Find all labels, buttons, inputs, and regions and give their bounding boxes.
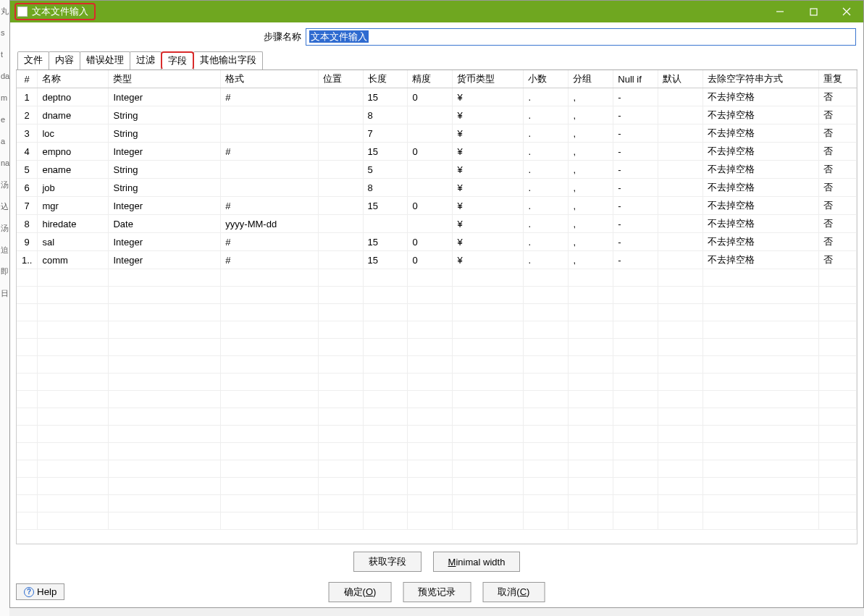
cell-rep[interactable]: 否 [819, 88, 857, 106]
cell-trim[interactable]: 不去掉空格 [703, 215, 819, 233]
cell-type[interactable]: String [109, 106, 221, 125]
cell-len[interactable]: 15 [363, 197, 408, 215]
cell-def[interactable] [658, 179, 703, 197]
cell-nullif[interactable]: - [613, 125, 658, 143]
cell-curr[interactable]: ¥ [453, 143, 524, 161]
column-header[interactable]: 重复 [819, 70, 857, 88]
table-row-empty[interactable] [17, 339, 857, 356]
cell-len[interactable]: 15 [363, 143, 408, 161]
cell-len[interactable]: 15 [363, 251, 408, 269]
cancel-button[interactable]: 取消(C) [482, 582, 545, 602]
column-header[interactable]: 长度 [363, 70, 408, 88]
table-row-empty[interactable] [17, 443, 857, 460]
table-row-empty[interactable] [17, 321, 857, 339]
cell-idx[interactable]: 1 [17, 88, 38, 106]
cell-format[interactable]: # [221, 143, 318, 161]
cell-pos[interactable] [318, 106, 363, 125]
column-header[interactable]: 小数 [524, 70, 569, 88]
cell-trim[interactable]: 不去掉空格 [703, 251, 819, 269]
ok-button[interactable]: 确定(O) [329, 582, 392, 602]
step-name-input[interactable]: 文本文件输入 [306, 28, 856, 46]
cell-nullif[interactable]: - [613, 197, 658, 215]
cell-prec[interactable]: 0 [408, 233, 453, 251]
cell-rep[interactable]: 否 [819, 197, 857, 215]
cell-idx[interactable]: 7 [17, 197, 38, 215]
cell-format[interactable]: # [221, 251, 318, 269]
cell-rep[interactable]: 否 [819, 179, 857, 197]
cell-nullif[interactable]: - [613, 179, 658, 197]
cell-curr[interactable]: ¥ [453, 106, 524, 125]
cell-def[interactable] [658, 143, 703, 161]
cell-idx[interactable]: 1.. [17, 251, 38, 269]
table-row-empty[interactable] [17, 408, 857, 426]
tab-1[interactable]: 内容 [49, 51, 80, 69]
table-row-empty[interactable] [17, 460, 857, 478]
table-row[interactable]: 3locString7¥.,-不去掉空格否 [17, 125, 857, 143]
cell-type[interactable]: Date [109, 215, 221, 233]
cell-rep[interactable]: 否 [819, 233, 857, 251]
table-row-empty[interactable] [17, 512, 857, 530]
column-header[interactable]: 默认 [658, 70, 703, 88]
column-header[interactable]: 货币类型 [453, 70, 524, 88]
cell-def[interactable] [658, 106, 703, 125]
cell-type[interactable]: Integer [109, 88, 221, 106]
cell-nullif[interactable]: - [613, 233, 658, 251]
cell-dec[interactable]: . [524, 143, 569, 161]
cell-type[interactable]: String [109, 179, 221, 197]
cell-name[interactable]: mgr [38, 197, 109, 215]
column-header[interactable]: 类型 [109, 70, 221, 88]
cell-def[interactable] [658, 251, 703, 269]
cell-idx[interactable]: 2 [17, 106, 38, 125]
cell-dec[interactable]: . [524, 251, 569, 269]
table-row[interactable]: 4empnoInteger#150¥.,-不去掉空格否 [17, 143, 857, 161]
close-button[interactable] [830, 1, 863, 22]
column-header[interactable]: 名称 [38, 70, 109, 88]
cell-idx[interactable]: 3 [17, 125, 38, 143]
cell-dec[interactable]: . [524, 215, 569, 233]
table-row-empty[interactable] [17, 269, 857, 287]
cell-prec[interactable] [408, 125, 453, 143]
cell-pos[interactable] [318, 215, 363, 233]
cell-len[interactable]: 7 [363, 125, 408, 143]
cell-trim[interactable]: 不去掉空格 [703, 179, 819, 197]
cell-nullif[interactable]: - [613, 88, 658, 106]
cell-name[interactable]: job [38, 179, 109, 197]
cell-grp[interactable]: , [569, 88, 613, 106]
cell-len[interactable]: 5 [363, 161, 408, 179]
cell-name[interactable]: ename [38, 161, 109, 179]
cell-grp[interactable]: , [569, 125, 613, 143]
cell-dec[interactable]: . [524, 197, 569, 215]
cell-def[interactable] [658, 233, 703, 251]
cell-nullif[interactable]: - [613, 143, 658, 161]
cell-idx[interactable]: 9 [17, 233, 38, 251]
cell-type[interactable]: String [109, 161, 221, 179]
column-header[interactable]: Null if [613, 70, 658, 88]
tab-5[interactable]: 其他输出字段 [193, 51, 263, 69]
cell-nullif[interactable]: - [613, 106, 658, 125]
cell-name[interactable]: dname [38, 106, 109, 125]
cell-grp[interactable]: , [569, 106, 613, 125]
column-header[interactable]: 精度 [408, 70, 453, 88]
column-header[interactable]: 格式 [221, 70, 318, 88]
cell-idx[interactable]: 4 [17, 143, 38, 161]
cell-prec[interactable] [408, 215, 453, 233]
cell-format[interactable]: # [221, 88, 318, 106]
cell-name[interactable]: hiredate [38, 215, 109, 233]
maximize-button[interactable] [797, 1, 830, 22]
cell-nullif[interactable]: - [613, 161, 658, 179]
cell-dec[interactable]: . [524, 233, 569, 251]
cell-grp[interactable]: , [569, 161, 613, 179]
cell-name[interactable]: sal [38, 233, 109, 251]
cell-prec[interactable]: 0 [408, 197, 453, 215]
table-row-empty[interactable] [17, 374, 857, 391]
cell-len[interactable] [363, 215, 408, 233]
fields-table[interactable]: #名称类型格式位置长度精度货币类型小数分组Null if默认去除空字符串方式重复… [17, 70, 857, 530]
table-row[interactable]: 1deptnoInteger#150¥.,-不去掉空格否 [17, 88, 857, 106]
cell-name[interactable]: deptno [38, 88, 109, 106]
table-row[interactable]: 5enameString5¥.,-不去掉空格否 [17, 161, 857, 179]
cell-curr[interactable]: ¥ [453, 233, 524, 251]
table-row[interactable]: 7mgrInteger#150¥.,-不去掉空格否 [17, 197, 857, 215]
column-header[interactable]: 去除空字符串方式 [703, 70, 819, 88]
cell-grp[interactable]: , [569, 143, 613, 161]
cell-def[interactable] [658, 161, 703, 179]
